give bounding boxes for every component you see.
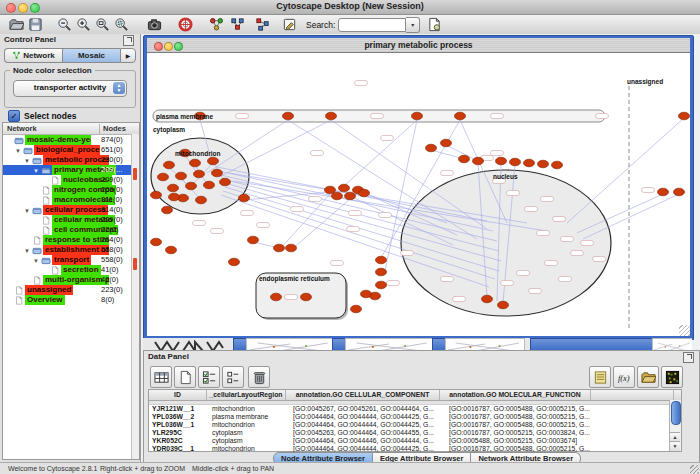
- network-node[interactable]: [473, 157, 484, 165]
- network-node[interactable]: [162, 206, 173, 214]
- snapshot-button[interactable]: [146, 17, 163, 33]
- network-graph[interactable]: plasma membranecytoplasmmitochondrionnuc…: [147, 53, 690, 336]
- layout-a-button[interactable]: [229, 17, 246, 33]
- zoom-fit-button[interactable]: [94, 17, 111, 33]
- table-scrollbar[interactable]: ▲ ▼: [669, 400, 681, 451]
- network-node[interactable]: [229, 258, 240, 266]
- network-node[interactable]: [239, 194, 250, 202]
- table-row[interactable]: YPL036W__1mitochondrion[GO:0044464, GO:0…: [149, 421, 681, 429]
- tab-network[interactable]: Network: [4, 48, 62, 63]
- tree-row[interactable]: nucleobase-209(0): [3, 175, 139, 185]
- network-node[interactable]: [376, 281, 387, 289]
- network-node[interactable]: [204, 181, 215, 189]
- network-node[interactable]: [510, 158, 521, 166]
- network-node[interactable]: [359, 189, 370, 197]
- network-node[interactable]: [164, 161, 175, 169]
- network-node[interactable]: [351, 305, 362, 313]
- zoom-out-button[interactable]: [56, 17, 73, 33]
- network-node[interactable]: [248, 236, 259, 244]
- attribute-editor-button[interactable]: [589, 366, 611, 388]
- network-node[interactable]: [361, 290, 372, 298]
- network-node[interactable]: [283, 112, 294, 120]
- table-column-header[interactable]: annotation.GO CELLULAR_COMPONENT: [286, 390, 440, 400]
- function-builder-button[interactable]: f(x): [613, 366, 635, 388]
- background-windows[interactable]: [143, 338, 692, 350]
- network-node[interactable]: [679, 112, 690, 120]
- table-column-header[interactable]: annotation.GO MOLECULAR_FUNCTION: [440, 390, 591, 400]
- table-column-header[interactable]: _cellularLayoutRegion: [207, 390, 286, 400]
- tree-row[interactable]: ▼establishment of lo558(0): [3, 245, 139, 255]
- background-window-fragment[interactable]: [246, 338, 334, 350]
- network-node[interactable]: [426, 144, 437, 152]
- background-window-fragment[interactable]: [445, 338, 525, 350]
- network-node[interactable]: [345, 192, 356, 200]
- float-data-panel-icon[interactable]: [683, 352, 694, 363]
- canvas-resize-grip[interactable]: [679, 325, 690, 336]
- network-node[interactable]: [455, 112, 466, 120]
- network-node[interactable]: [496, 157, 507, 165]
- background-window-fragment[interactable]: [652, 338, 692, 350]
- open-file-button[interactable]: [8, 17, 25, 33]
- unselect-attributes-button[interactable]: [222, 366, 244, 388]
- float-panel-icon[interactable]: [123, 35, 134, 46]
- tree-row[interactable]: cellular metabo209(0): [3, 215, 139, 225]
- color-attribute-select[interactable]: transporter activity ▲▼: [13, 80, 127, 97]
- tree-row[interactable]: ▼cellular process614(0): [3, 205, 139, 215]
- tree-row[interactable]: secretion41(0): [3, 265, 139, 275]
- tab-mosaic[interactable]: Mosaic: [62, 48, 120, 63]
- network-node[interactable]: [339, 184, 350, 192]
- table-row[interactable]: YPL036W__2plasma membrane[GO:0044464, GO…: [149, 413, 681, 421]
- network-window-titlebar[interactable]: primary metabolic process: [147, 38, 690, 53]
- edge[interactable]: [567, 118, 684, 223]
- tree-row[interactable]: ▼metabolic process280(0): [3, 155, 139, 165]
- network-node[interactable]: [459, 155, 470, 163]
- table-row[interactable]: YKR052Ccytoplasm[GO:0044464, GO:0044446,…: [149, 437, 681, 445]
- manage-networks-button[interactable]: [281, 17, 298, 33]
- network-node[interactable]: [196, 196, 207, 204]
- network-node[interactable]: [376, 268, 387, 276]
- network-node[interactable]: [376, 256, 387, 264]
- network-node[interactable]: [326, 112, 337, 120]
- network-node[interactable]: [301, 293, 312, 301]
- network-node[interactable]: [220, 178, 231, 186]
- network-node[interactable]: [186, 182, 197, 190]
- network-canvas[interactable]: plasma membranecytoplasmmitochondrionnuc…: [147, 53, 690, 336]
- region-nucleus[interactable]: [401, 170, 611, 316]
- network-node[interactable]: [208, 157, 219, 165]
- network-node[interactable]: [412, 112, 423, 120]
- tree-row[interactable]: macromolecule311(0): [3, 195, 139, 205]
- tree-row[interactable]: multi-organism pro42(0): [3, 275, 139, 285]
- table-row[interactable]: YLR295Ccytoplasm[GO:0045263, GO:0044464,…: [149, 429, 681, 437]
- network-node[interactable]: [194, 170, 205, 178]
- new-attribute-button[interactable]: [174, 366, 196, 388]
- edge[interactable]: [344, 120, 417, 186]
- table-column-header[interactable]: [591, 390, 674, 400]
- network-node[interactable]: [190, 159, 201, 167]
- network-node[interactable]: [168, 184, 179, 192]
- import-attributes-button[interactable]: [637, 366, 659, 388]
- network-node[interactable]: [674, 188, 685, 196]
- select-nodes-checkbox[interactable]: ✓: [8, 110, 20, 122]
- background-window-fragment[interactable]: [153, 338, 225, 350]
- tree-row[interactable]: ▼transport558(0): [3, 255, 139, 265]
- tree-row[interactable]: unassigned223(0): [3, 285, 139, 295]
- select-columns-button[interactable]: [150, 366, 172, 388]
- app-resize-grip[interactable]: [690, 465, 699, 474]
- table-column-header[interactable]: ID: [149, 390, 207, 400]
- tree-row[interactable]: ▼primary metabo209(...: [3, 165, 139, 175]
- tree-row[interactable]: ▼biological_process651(0): [3, 145, 139, 155]
- search-dropdown-button[interactable]: ▾: [406, 17, 420, 33]
- network-node[interactable]: [441, 139, 452, 147]
- network-node[interactable]: [151, 191, 162, 199]
- tree-row[interactable]: nitrogen compo209(0): [3, 185, 139, 195]
- more-tabs-button[interactable]: ▶: [120, 48, 136, 63]
- network-node[interactable]: [212, 169, 223, 177]
- attribute-table-header[interactable]: ID_cellularLayoutRegionannotation.GO CEL…: [149, 390, 681, 401]
- network-node[interactable]: [482, 295, 493, 303]
- help-button[interactable]: [177, 17, 194, 33]
- search-index-button[interactable]: [426, 17, 443, 33]
- network-node[interactable]: [166, 246, 177, 254]
- scroll-down-icon[interactable]: ▼: [670, 441, 680, 451]
- tree-row[interactable]: mosaic-demo-yeast874(0): [3, 135, 139, 145]
- background-window-fragment[interactable]: [345, 338, 433, 350]
